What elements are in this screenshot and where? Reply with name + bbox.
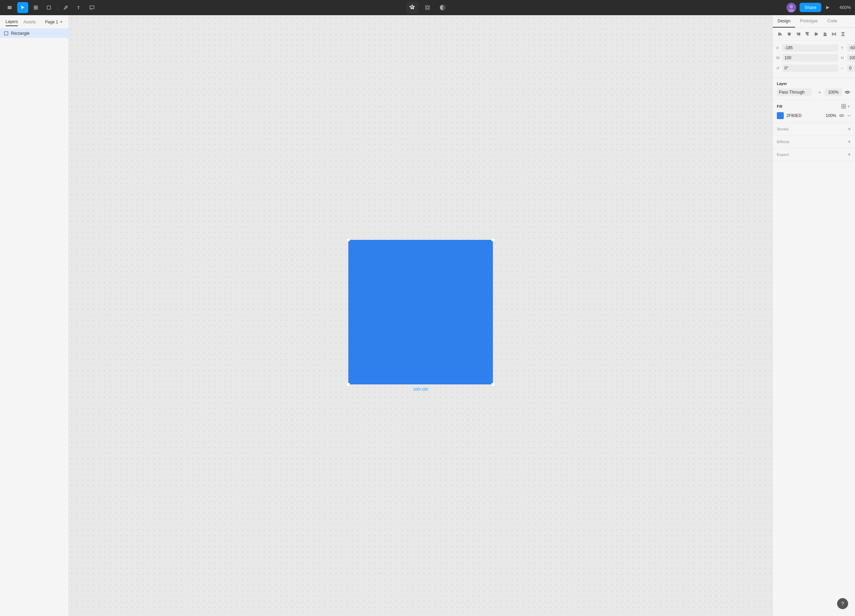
code-tab[interactable]: Code — [823, 15, 842, 28]
pen-tool[interactable] — [60, 2, 71, 13]
align-center-h-button[interactable] — [785, 30, 794, 38]
svg-point-46 — [841, 115, 843, 116]
svg-rect-36 — [833, 34, 835, 35]
canvas-element-wrapper: 100×100 — [348, 240, 493, 391]
rotation-field: ↺ — [776, 64, 838, 72]
svg-rect-44 — [841, 107, 843, 109]
svg-rect-6 — [36, 8, 38, 9]
svg-point-13 — [790, 5, 793, 8]
fill-section: Fill + 2F80ED 100% — [773, 100, 855, 123]
h-input[interactable] — [847, 54, 855, 61]
menu-button[interactable] — [4, 2, 15, 13]
play-button[interactable] — [825, 5, 830, 10]
svg-rect-24 — [798, 34, 800, 35]
corner-input[interactable] — [847, 64, 855, 72]
svg-rect-3 — [34, 6, 35, 7]
svg-rect-4 — [36, 6, 38, 7]
frame-tool[interactable] — [30, 2, 41, 13]
svg-point-8 — [66, 6, 67, 7]
corner-field: ○ — [841, 64, 855, 72]
svg-rect-39 — [842, 33, 844, 35]
stroke-section: Stroke + — [773, 123, 855, 136]
svg-rect-45 — [844, 107, 846, 109]
page-selector[interactable]: Page 1 — [45, 20, 63, 25]
distribute-h-button[interactable] — [830, 30, 838, 38]
position-row: X Y — [776, 44, 852, 52]
layer-item-rectangle[interactable]: Rectangle — [0, 29, 69, 38]
avatar — [786, 3, 796, 12]
align-center-v-button[interactable] — [812, 30, 820, 38]
stroke-add-button[interactable]: + — [848, 126, 851, 132]
fill-add-button[interactable]: + — [847, 103, 851, 109]
corner-label: ○ — [841, 66, 846, 70]
svg-rect-43 — [844, 104, 846, 106]
left-panel: Layers Assets Page 1 Rectangle — [0, 15, 69, 616]
fill-grid-button[interactable] — [841, 103, 847, 109]
svg-rect-32 — [824, 33, 825, 35]
svg-rect-27 — [808, 33, 808, 35]
mask-tool[interactable] — [421, 2, 434, 14]
align-top-button[interactable] — [803, 30, 811, 38]
fill-visibility-button[interactable] — [839, 113, 844, 118]
share-button[interactable]: Share — [800, 3, 821, 12]
fill-row: 2F80ED 100% − — [777, 112, 851, 119]
svg-rect-1 — [8, 7, 12, 8]
halftone-tool[interactable] — [437, 2, 449, 14]
position-section: X Y W H — [773, 41, 855, 78]
right-panel: Design Prototype Code — [772, 15, 855, 616]
effects-add-button[interactable]: + — [848, 139, 851, 144]
distribute-v-button[interactable] — [839, 30, 847, 38]
layer-name: Rectangle — [11, 31, 30, 36]
panel-tabs: Layers Assets Page 1 — [0, 15, 69, 29]
w-field: W — [776, 54, 838, 62]
export-add-button[interactable]: + — [848, 152, 851, 157]
fill-hex-value: 2F80ED — [786, 113, 820, 118]
toolbar-left: T — [4, 2, 97, 13]
layers-tab[interactable]: Layers — [6, 18, 18, 26]
w-input[interactable] — [782, 54, 838, 61]
blend-mode-wrapper: Pass Through Normal Multiply Screen Over… — [777, 89, 823, 96]
rectangle-element[interactable] — [348, 240, 493, 385]
layer-section: Layer Pass Through Normal Multiply Scree… — [773, 78, 855, 100]
fill-color-swatch[interactable] — [777, 112, 784, 119]
align-right-button[interactable] — [794, 30, 802, 38]
x-input[interactable] — [782, 44, 838, 52]
handle-top-left[interactable] — [347, 239, 350, 241]
shape-tool[interactable] — [43, 2, 54, 13]
handle-bottom-left[interactable] — [347, 383, 350, 386]
y-input[interactable] — [847, 44, 855, 52]
select-tool[interactable] — [17, 2, 28, 13]
design-tab[interactable]: Design — [773, 15, 795, 28]
transform-row: ↺ ○ — [776, 64, 852, 72]
export-title: Export — [777, 152, 848, 156]
svg-rect-42 — [841, 104, 843, 106]
assets-tab[interactable]: Assets — [23, 18, 36, 26]
help-button[interactable]: ? — [837, 598, 848, 609]
layer-blend-row: Pass Through Normal Multiply Screen Over… — [777, 89, 851, 96]
handle-bottom-right[interactable] — [492, 383, 494, 386]
opacity-input[interactable] — [825, 89, 842, 96]
y-label: Y — [841, 46, 846, 50]
prototype-tab[interactable]: Prototype — [795, 15, 822, 28]
toolbar-right: Share 400% — [786, 3, 851, 12]
edit-object-tool[interactable] — [406, 2, 418, 14]
align-bottom-button[interactable] — [821, 30, 829, 38]
zoom-level: 400% — [834, 5, 851, 10]
size-row: W H — [776, 54, 852, 62]
blend-mode-select[interactable]: Pass Through Normal Multiply Screen Over… — [777, 89, 812, 96]
handle-top-right[interactable] — [492, 239, 494, 241]
rotation-input[interactable] — [782, 64, 838, 72]
effects-title: Effects — [777, 140, 848, 144]
page-label: Page 1 — [45, 20, 58, 25]
layer-visibility-button[interactable] — [844, 89, 851, 95]
h-label: H — [841, 56, 846, 60]
comment-tool[interactable] — [86, 2, 97, 13]
x-label: X — [776, 46, 781, 50]
text-tool[interactable]: T — [73, 2, 84, 13]
stroke-title: Stroke — [777, 127, 848, 131]
align-left-button[interactable] — [776, 30, 785, 38]
size-label: 100×100 — [413, 387, 428, 391]
svg-rect-18 — [779, 34, 782, 35]
rotation-label: ↺ — [776, 66, 781, 70]
fill-remove-button[interactable]: − — [847, 113, 851, 119]
